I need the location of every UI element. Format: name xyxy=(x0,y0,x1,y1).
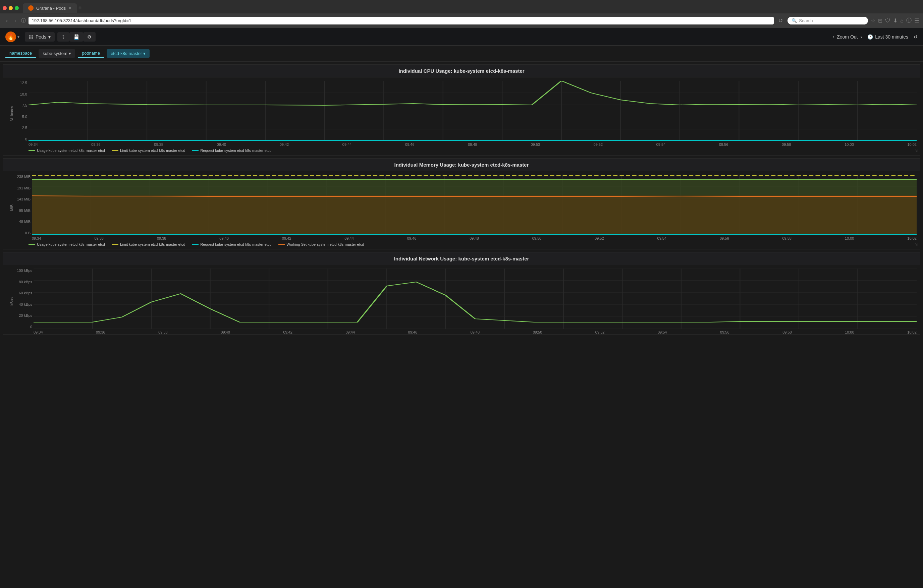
reload-button[interactable]: ↺ xyxy=(777,16,785,25)
dropdown-arrow: ▾ xyxy=(48,34,51,39)
cpu-limit-line xyxy=(112,150,118,151)
time-range-picker[interactable]: 🕐 Last 30 minutes xyxy=(867,34,908,39)
kube-system-filter[interactable]: kube-system ▾ xyxy=(39,49,75,58)
dropdown-caret: ▾ xyxy=(69,51,71,56)
cpu-x13: 09:58 xyxy=(782,142,791,146)
namespace-filter[interactable]: namespace xyxy=(5,49,36,58)
cpu-x9: 09:50 xyxy=(530,142,540,146)
cpu-x15: 10:02 xyxy=(907,142,916,146)
cpu-usage-label: Usage kube-system etcd-k8s-master etcd xyxy=(37,149,105,152)
zoom-controls: ‹ Zoom Out › xyxy=(833,34,862,39)
minimize-dot[interactable] xyxy=(9,6,13,10)
cpu-chart-title: Individual CPU Usage: kube-system etcd-k… xyxy=(3,65,920,77)
cpu-y-axis-label: Millicores xyxy=(10,106,14,121)
search-bar[interactable]: 🔍 Search xyxy=(787,17,868,25)
maximize-dot[interactable] xyxy=(15,6,19,10)
net-x10: 09:52 xyxy=(595,330,605,334)
active-tab[interactable]: Grafana - Pods ✕ xyxy=(23,3,77,13)
mem-workingset-label: Working Set kube-system etcd-k8s-master … xyxy=(287,242,364,246)
back-button[interactable]: ‹ xyxy=(4,16,10,25)
zoom-next-button[interactable]: › xyxy=(860,34,862,39)
net-x8: 09:48 xyxy=(471,330,480,334)
net-y1: 0 xyxy=(30,325,32,329)
net-x7: 09:46 xyxy=(408,330,417,334)
cpu-request-line xyxy=(192,150,199,151)
memory-chart-panel: Individual Memory Usage: kube-system etc… xyxy=(3,158,920,249)
network-chart-body: kBps 100 kBps 80 kBps 60 kBps 40 kBps 20… xyxy=(3,265,920,334)
shield-icon[interactable]: 🛡 xyxy=(885,18,890,24)
net-x1: 09:34 xyxy=(34,330,43,334)
mem-x15: 10:02 xyxy=(907,236,916,240)
etcd-filter[interactable]: etcd-k8s-master ▾ xyxy=(107,49,149,58)
cpu-x8: 09:48 xyxy=(468,142,477,146)
info-icon: ⓘ xyxy=(21,18,26,24)
cpu-y3: 5.0 xyxy=(22,115,27,119)
grafana-header: 🔥 ▾ Pods ▾ ⇪ 💾 ⚙ ‹ Zoom Out › 🕐 Last 30 … xyxy=(0,28,923,46)
network-chart-title: Individual Network Usage: kube-system et… xyxy=(3,252,920,265)
dashboard-name-button[interactable]: Pods ▾ xyxy=(25,32,55,42)
browser-chrome: Grafana - Pods ✕ + ‹ › ⓘ 192.168.56.105:… xyxy=(0,0,923,28)
cpu-x1: 09:34 xyxy=(28,142,38,146)
reader-icon[interactable]: ⊟ xyxy=(878,18,882,24)
mem-usage-line xyxy=(28,244,35,245)
share-button[interactable]: ⇪ xyxy=(57,32,69,42)
close-dot[interactable] xyxy=(3,6,7,10)
forward-button[interactable]: › xyxy=(12,16,18,25)
tab-close-button[interactable]: ✕ xyxy=(68,6,71,10)
grafana-logo[interactable]: 🔥 xyxy=(5,31,16,42)
cpu-x3: 09:38 xyxy=(154,142,163,146)
memory-drag-handle[interactable]: ⇲ xyxy=(915,242,918,247)
mem-x7: 09:46 xyxy=(407,236,417,240)
settings-button[interactable]: ⚙ xyxy=(83,32,95,42)
net-x13: 09:58 xyxy=(782,330,792,334)
cpu-request-label: Request kube-system etcd-k8s-master etcd xyxy=(200,149,271,152)
mem-y4: 143 MiB xyxy=(17,197,31,201)
nav-bar: ‹ › ⓘ 192.168.56.105:32314/dashboard/db/… xyxy=(0,13,923,28)
nav-icons: ☆ ⊟ 🛡 ⬇ ⌂ ⓘ ☰ xyxy=(871,17,919,24)
mem-y3: 95 MiB xyxy=(19,208,31,213)
filter-bar: namespace kube-system ▾ podname etcd-k8s… xyxy=(0,46,923,62)
net-y2: 20 kBps xyxy=(19,313,32,318)
memory-chart-body: MiB 238 MiB 191 MiB 143 MiB 95 MiB 48 Mi… xyxy=(3,171,920,249)
net-x15: 10:02 xyxy=(907,330,916,334)
mem-legend-request: Request kube-system etcd-k8s-master etcd xyxy=(192,242,271,246)
search-icon: 🔍 xyxy=(792,18,797,23)
mem-request-line xyxy=(192,244,199,245)
cpu-drag-handle[interactable]: ⇲ xyxy=(915,149,918,153)
zoom-prev-button[interactable]: ‹ xyxy=(833,34,834,39)
time-range-label: Last 30 minutes xyxy=(875,34,908,39)
save-button[interactable]: 💾 xyxy=(69,32,83,42)
podname-filter[interactable]: podname xyxy=(78,49,104,58)
net-x6: 09:44 xyxy=(345,330,355,334)
cpu-chart-panel: Individual CPU Usage: kube-system etcd-k… xyxy=(3,64,920,156)
menu-icon[interactable]: ☰ xyxy=(914,18,919,24)
mem-limit-line xyxy=(112,244,118,245)
zoom-out-label[interactable]: Zoom Out xyxy=(837,34,857,39)
bookmark-icon[interactable]: ☆ xyxy=(871,18,875,24)
mem-y5: 191 MiB xyxy=(17,186,31,190)
mem-workingset-line xyxy=(278,244,285,245)
net-y3: 40 kBps xyxy=(19,302,32,306)
cpu-legend-limit: Limit kube-system etcd-k8s-master etcd xyxy=(112,149,185,152)
mem-x11: 09:54 xyxy=(657,236,667,240)
net-x2: 09:36 xyxy=(96,330,105,334)
refresh-button[interactable]: ↺ xyxy=(914,34,918,39)
net-x11: 09:54 xyxy=(658,330,667,334)
mem-usage-label: Usage kube-system etcd-k8s-master etcd xyxy=(37,242,105,246)
main-content: Individual CPU Usage: kube-system etcd-k… xyxy=(0,62,923,340)
new-tab-button[interactable]: + xyxy=(78,5,82,12)
url-bar[interactable]: 192.168.56.105:32314/dashboard/db/pods?o… xyxy=(28,17,774,25)
download-icon[interactable]: ⬇ xyxy=(893,18,898,24)
mem-x2: 09:36 xyxy=(94,236,103,240)
gear-icon: ⚙ xyxy=(87,34,92,39)
mem-y2: 48 MiB xyxy=(19,219,31,224)
tab-bar: Grafana - Pods ✕ + xyxy=(0,0,923,13)
home-icon[interactable]: ⌂ xyxy=(900,18,903,24)
mem-x3: 09:38 xyxy=(157,236,166,240)
logo-caret[interactable]: ▾ xyxy=(18,34,20,39)
info2-icon[interactable]: ⓘ xyxy=(906,17,912,24)
mem-x1: 09:34 xyxy=(32,236,41,240)
cpu-limit-label: Limit kube-system etcd-k8s-master etcd xyxy=(120,149,185,152)
mem-y6: 238 MiB xyxy=(17,175,31,179)
clock-icon: 🕐 xyxy=(867,34,873,39)
